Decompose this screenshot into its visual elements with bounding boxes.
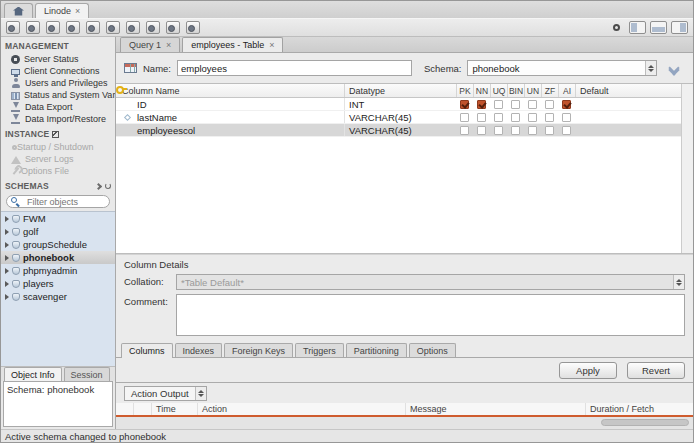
header-default[interactable]: Default xyxy=(575,84,681,97)
un-checkbox[interactable] xyxy=(528,126,537,135)
sidebar-item-options-file[interactable]: Options File xyxy=(1,165,115,177)
bin-checkbox[interactable] xyxy=(511,126,520,135)
filter-objects-input[interactable] xyxy=(27,197,107,207)
create-trigger-icon[interactable] xyxy=(146,21,160,34)
schema-item-fwm[interactable]: FWM xyxy=(1,212,115,225)
tab-columns[interactable]: Columns xyxy=(121,343,173,358)
nn-checkbox[interactable] xyxy=(477,100,486,109)
create-view-icon[interactable] xyxy=(86,21,100,34)
header-zf[interactable]: ZF xyxy=(541,84,558,97)
chevron-right-icon[interactable] xyxy=(5,229,9,235)
zf-checkbox[interactable] xyxy=(545,100,554,109)
schema-select[interactable]: phonebook xyxy=(467,60,657,76)
table-row[interactable]: ID INT xyxy=(116,98,693,111)
expand-icon[interactable] xyxy=(95,182,102,189)
stepper-icon[interactable] xyxy=(195,387,206,400)
table-name-input[interactable] xyxy=(177,60,412,76)
table-row[interactable]: lastName VARCHAR(45) xyxy=(116,111,693,124)
header-datatype[interactable]: Datatype xyxy=(344,84,456,97)
horizontal-scrollbar[interactable] xyxy=(601,419,689,426)
create-function-icon[interactable] xyxy=(126,21,140,34)
pk-checkbox[interactable] xyxy=(460,113,469,122)
collapse-header-button[interactable] xyxy=(663,63,685,74)
header-column-name[interactable]: Column Name xyxy=(116,86,344,96)
output-type-select[interactable]: Action Output xyxy=(124,386,207,401)
ai-checkbox[interactable] xyxy=(562,126,571,135)
open-sql-script-icon[interactable] xyxy=(26,21,40,34)
header-nn[interactable]: NN xyxy=(473,84,490,97)
tab-partitioning[interactable]: Partitioning xyxy=(346,343,407,358)
grid-vertical-scrollbar[interactable] xyxy=(681,84,693,253)
tab-employees-table[interactable]: employees - Table × xyxy=(182,37,283,52)
un-checkbox[interactable] xyxy=(528,100,537,109)
sidebar-item-startup-shutdown[interactable]: Startup / Shutdown xyxy=(1,141,115,153)
reconnect-server-icon[interactable] xyxy=(186,21,200,34)
sidebar-item-data-export[interactable]: Data Export xyxy=(1,101,115,113)
uq-checkbox[interactable] xyxy=(494,113,503,122)
toggle-bottom-panel-button[interactable] xyxy=(650,21,667,34)
sidebar-item-status-variables[interactable]: Status and System Variables xyxy=(1,89,115,101)
home-tab[interactable] xyxy=(4,3,33,18)
new-sql-tab-icon[interactable] xyxy=(6,21,20,34)
header-pk[interactable]: PK xyxy=(456,84,473,97)
chevron-right-icon[interactable] xyxy=(5,216,9,222)
chevron-right-icon[interactable] xyxy=(5,242,9,248)
schema-item-players[interactable]: players xyxy=(1,277,115,290)
search-objects-icon[interactable] xyxy=(166,21,180,34)
pk-checkbox[interactable] xyxy=(460,126,469,135)
chevron-right-icon[interactable] xyxy=(5,268,9,274)
zf-checkbox[interactable] xyxy=(545,126,554,135)
header-un[interactable]: UN xyxy=(524,84,541,97)
pk-checkbox[interactable] xyxy=(460,100,469,109)
nn-checkbox[interactable] xyxy=(477,126,486,135)
schema-item-golf[interactable]: golf xyxy=(1,225,115,238)
close-icon[interactable]: × xyxy=(166,40,171,50)
tab-object-info[interactable]: Object Info xyxy=(4,367,62,381)
chevron-right-icon[interactable] xyxy=(5,255,9,261)
toggle-left-panel-button[interactable] xyxy=(629,21,646,34)
chevron-right-icon[interactable] xyxy=(5,281,9,287)
ai-checkbox[interactable] xyxy=(562,100,571,109)
nn-checkbox[interactable] xyxy=(477,113,486,122)
create-schema-icon[interactable] xyxy=(46,21,60,34)
chevron-right-icon[interactable] xyxy=(5,294,9,300)
apply-button[interactable]: Apply xyxy=(559,362,617,379)
tab-triggers[interactable]: Triggers xyxy=(295,343,344,358)
table-row[interactable]: employeescol VARCHAR(45) xyxy=(116,124,693,137)
zf-checkbox[interactable] xyxy=(545,113,554,122)
header-bin[interactable]: BIN xyxy=(507,84,524,97)
close-icon[interactable]: × xyxy=(269,40,274,50)
header-uq[interactable]: UQ xyxy=(490,84,507,97)
comment-textarea[interactable] xyxy=(176,294,685,336)
sidebar-item-data-import[interactable]: Data Import/Restore xyxy=(1,113,115,125)
bin-checkbox[interactable] xyxy=(511,113,520,122)
ai-checkbox[interactable] xyxy=(562,113,571,122)
un-checkbox[interactable] xyxy=(528,113,537,122)
stepper-icon[interactable] xyxy=(645,61,656,75)
uq-checkbox[interactable] xyxy=(494,100,503,109)
sidebar-item-client-connections[interactable]: Client Connections xyxy=(1,65,115,77)
schema-item-phonebook[interactable]: phonebook xyxy=(1,251,115,264)
create-table-icon[interactable] xyxy=(66,21,80,34)
schema-item-groupschedule[interactable]: groupSchedule xyxy=(1,238,115,251)
collation-select[interactable]: *Table Default* xyxy=(176,274,685,290)
schema-item-phpmyadmin[interactable]: phpmyadmin xyxy=(1,264,115,277)
tab-indexes[interactable]: Indexes xyxy=(175,343,223,358)
tab-session[interactable]: Session xyxy=(64,367,110,381)
revert-button[interactable]: Revert xyxy=(627,362,685,379)
tab-foreign-keys[interactable]: Foreign Keys xyxy=(224,343,293,358)
tab-options[interactable]: Options xyxy=(409,343,456,358)
close-icon[interactable]: × xyxy=(75,6,80,16)
header-ai[interactable]: AI xyxy=(558,84,575,97)
toggle-right-panel-button[interactable] xyxy=(671,21,688,34)
grid-empty-area[interactable] xyxy=(116,137,693,253)
sidebar-item-users-privileges[interactable]: Users and Privileges xyxy=(1,77,115,89)
uq-checkbox[interactable] xyxy=(494,126,503,135)
connection-tab[interactable]: Linode × xyxy=(35,3,89,18)
tab-query1[interactable]: Query 1 × xyxy=(120,37,180,52)
refresh-icon[interactable] xyxy=(105,183,111,189)
bin-checkbox[interactable] xyxy=(511,100,520,109)
schema-item-scavenger[interactable]: scavenger xyxy=(1,290,115,303)
sidebar-item-server-logs[interactable]: Server Logs xyxy=(1,153,115,165)
create-procedure-icon[interactable] xyxy=(106,21,120,34)
